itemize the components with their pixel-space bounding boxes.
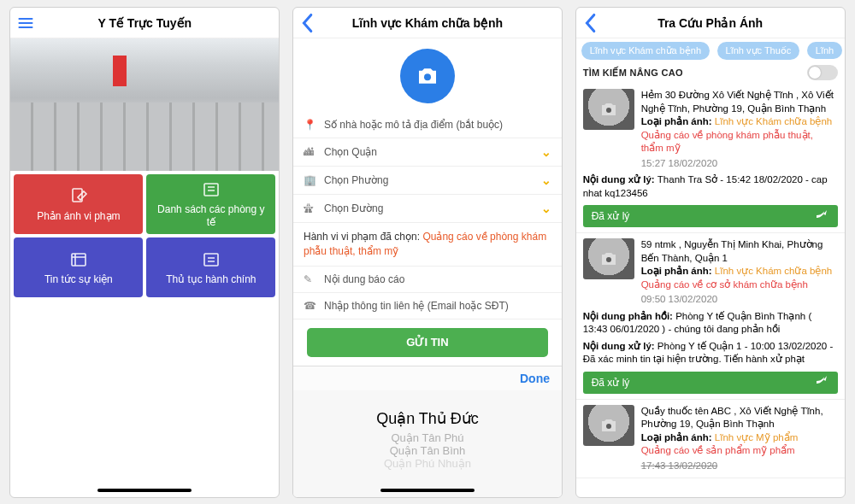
pin-icon: 📍 xyxy=(304,119,317,131)
camera-thumb-icon xyxy=(583,405,634,446)
chip[interactable]: Lĩnh xyxy=(807,42,842,59)
tile-facilities[interactable]: Danh sách các phòng y tế xyxy=(146,174,275,234)
item-address: Quầy thuốc tên ABC , Xô Viết Nghệ Tĩnh, … xyxy=(641,405,838,431)
tile-report[interactable]: Phản ánh vi phạm xyxy=(14,174,143,234)
button-label: GỬI TIN xyxy=(406,336,448,349)
type-value: Lĩnh vực Khám chữa bệnh xyxy=(715,116,832,126)
meta-label: Nội dung xử lý: xyxy=(583,341,657,351)
page-title: Lĩnh vực Khám chữa bệnh xyxy=(352,16,503,30)
report-content-field[interactable]: ✎ Nội dung báo cáo xyxy=(293,267,562,293)
status-badge: Đã xử lý xyxy=(583,372,838,394)
phone-icon: ☎ xyxy=(304,300,317,312)
back-icon[interactable] xyxy=(300,13,314,33)
field-label: Chọn Quận xyxy=(324,146,534,158)
selected-violation: Hành vi vi phạm đã chọn: Quảng cáo về ph… xyxy=(293,223,562,267)
field-label: Chọn Phường xyxy=(324,174,534,186)
header: Tra Cứu Phản Ánh xyxy=(576,8,845,38)
list-item[interactable]: Hẻm 30 Đường Xô Viết Nghệ Tĩnh , Xô Viết… xyxy=(576,84,845,233)
svg-rect-3 xyxy=(204,254,218,266)
screen-home: Y Tế Trực Tuyến Phản ánh vi phạm Danh sá… xyxy=(9,7,280,498)
svg-point-6 xyxy=(606,257,611,262)
share-icon[interactable] xyxy=(814,208,829,226)
picker-option[interactable]: Quận Phú Nhuận xyxy=(293,457,562,470)
field-label: Nhập thông tin liên hệ (Email hoặc SĐT) xyxy=(324,300,551,312)
svg-point-4 xyxy=(424,73,431,80)
camera-button[interactable] xyxy=(400,49,455,103)
road-icon: 🛣 xyxy=(304,202,317,214)
tile-label: Danh sách các phòng y tế xyxy=(151,203,270,229)
menu-icon[interactable] xyxy=(17,15,34,32)
item-meta: Nội dung xử lý: Thanh Tra Sở - 15:42 18/… xyxy=(583,173,838,200)
status-label: Đã xử lý xyxy=(592,377,630,389)
picker-selected[interactable]: Quận Thủ Đức xyxy=(293,406,562,431)
chevron-down-icon: ⌄ xyxy=(541,145,551,159)
screen-search-results: Tra Cứu Phản Ánh Lĩnh vực Khám chữa bệnh… xyxy=(575,7,846,498)
chip[interactable]: Lĩnh vực Thuốc xyxy=(717,42,800,60)
hero-image xyxy=(10,38,279,171)
type-label: Loại phản ánh: xyxy=(641,432,715,442)
violation-label: Hành vi vi phạm đã chọn: xyxy=(304,231,422,243)
item-address: Hẻm 30 Đường Xô Viết Nghệ Tĩnh , Xô Viết… xyxy=(641,89,838,115)
type-label: Loại phản ánh: xyxy=(641,116,715,126)
meta-label: Nội dung xử lý: xyxy=(583,174,657,185)
tile-grid: Phản ánh vi phạm Danh sách các phòng y t… xyxy=(10,171,279,301)
page-title: Tra Cứu Phản Ánh xyxy=(657,16,763,30)
item-address: 59 ntmk , Nguyễn Thị Minh Khai, Phường B… xyxy=(641,238,838,265)
picker-done-button[interactable]: Done xyxy=(293,366,562,390)
item-violation: Quảng cáo về phòng khám phẫu thuật, thẩm… xyxy=(641,129,838,155)
screen-report-form: Lĩnh vực Khám chữa bệnh 📍 Số nhà hoặc mô… xyxy=(292,7,563,498)
header: Lĩnh vực Khám chữa bệnh xyxy=(293,8,562,38)
item-time: 09:50 13/02/2020 xyxy=(641,293,838,307)
tile-label: Phản ánh vi phạm xyxy=(37,210,120,223)
building-icon: 🏙 xyxy=(304,146,317,158)
address-field[interactable]: 📍 Số nhà hoặc mô tả địa điểm (bắt buộc) xyxy=(293,112,562,138)
type-label: Loại phản ánh: xyxy=(641,266,715,276)
status-label: Đã xử lý xyxy=(592,210,630,222)
camera-thumb-icon xyxy=(583,238,634,279)
district-picker[interactable]: Quận Thủ Đức Quận Tân Phú Quận Tân Bình … xyxy=(293,390,562,497)
list-item[interactable]: Quầy thuốc tên ABC , Xô Viết Nghệ Tĩnh, … xyxy=(576,400,845,479)
result-list: Hẻm 30 Đường Xô Viết Nghệ Tĩnh , Xô Viết… xyxy=(576,84,845,497)
chevron-down-icon: ⌄ xyxy=(541,202,551,215)
tile-label: Tin tức sự kiện xyxy=(44,273,113,286)
field-label: Chọn Đường xyxy=(324,202,534,214)
item-meta: Nội dung phản hồi: Phòng Y tế Quận Bình … xyxy=(583,310,838,337)
type-value: Lĩnh vực Mỹ phẩm xyxy=(715,432,798,442)
street-field[interactable]: 🛣 Chọn Đường ⌄ xyxy=(293,195,562,223)
advanced-search-row: TÌM KIẾM NÂNG CAO xyxy=(576,63,845,84)
tile-label: Thủ tục hành chính xyxy=(166,273,256,286)
item-violation: Quảng cáo về sản phẩm mỹ phẩm xyxy=(641,444,838,458)
item-time: 17:43 13/02/2020 xyxy=(641,460,838,473)
back-icon[interactable] xyxy=(583,13,597,33)
header: Y Tế Trực Tuyến xyxy=(10,8,279,38)
svg-rect-1 xyxy=(204,184,218,196)
item-violation: Quảng cáo về cơ sở khám chữa bệnh xyxy=(641,278,838,292)
button-label: Done xyxy=(520,372,550,385)
field-label: Nội dung báo cáo xyxy=(324,273,551,285)
contact-field[interactable]: ☎ Nhập thông tin liên hệ (Email hoặc SĐT… xyxy=(293,293,562,319)
svg-point-7 xyxy=(606,424,611,429)
tile-procedures[interactable]: Thủ tục hành chính xyxy=(146,237,275,297)
home-indicator xyxy=(380,489,475,492)
submit-button[interactable]: GỬI TIN xyxy=(307,328,548,357)
ward-field[interactable]: 🏢 Chọn Phường ⌄ xyxy=(293,167,562,195)
svg-point-5 xyxy=(606,108,611,113)
chip[interactable]: Lĩnh vực Khám chữa bệnh xyxy=(581,42,710,60)
picker-option[interactable]: Quận Tân Bình xyxy=(293,444,562,457)
building-icon: 🏢 xyxy=(304,174,317,186)
advanced-search-label: TÌM KIẾM NÂNG CAO xyxy=(583,67,683,79)
item-time: 15:27 18/02/2020 xyxy=(641,157,838,171)
district-field[interactable]: 🏙 Chọn Quận ⌄ xyxy=(293,138,562,167)
tile-news[interactable]: Tin tức sự kiện xyxy=(14,237,143,297)
picker-option[interactable]: Quận Tân Phú xyxy=(293,431,562,444)
page-title: Y Tế Trực Tuyến xyxy=(97,16,192,30)
home-indicator xyxy=(97,489,192,492)
share-icon[interactable] xyxy=(814,373,829,391)
item-meta: Nội dung xử lý: Phòng Y tế Quận 1 - 10:0… xyxy=(583,340,838,366)
status-badge: Đã xử lý xyxy=(583,205,838,227)
advanced-search-toggle[interactable] xyxy=(807,65,838,80)
meta-label: Nội dung phản hồi: xyxy=(583,311,676,321)
field-label: Số nhà hoặc mô tả địa điểm (bắt buộc) xyxy=(324,119,551,131)
camera-thumb-icon xyxy=(583,89,634,130)
list-item[interactable]: 59 ntmk , Nguyễn Thị Minh Khai, Phường B… xyxy=(576,233,845,400)
